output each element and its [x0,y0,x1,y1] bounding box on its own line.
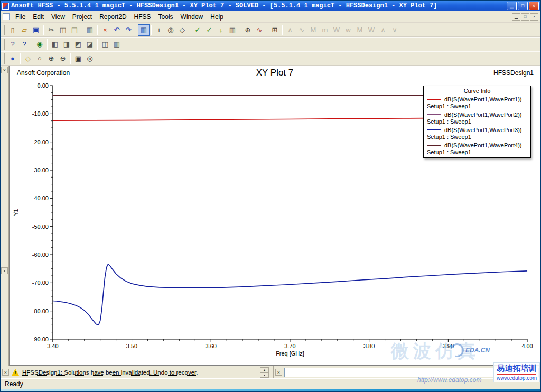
validate-all-button[interactable]: ✓ [203,24,215,36]
toolbar-separator [240,25,240,35]
mdi-close-button[interactable]: × [530,13,538,21]
toolbar-separator [267,25,267,35]
view-iso-button[interactable]: ◪ [84,39,96,50]
progress-field [284,368,539,377]
pan-hand-button[interactable]: ◇ [22,53,34,64]
spinner-up-button[interactable]: ▴ [260,367,269,372]
message-panel-close-button[interactable]: × [2,369,9,376]
redo-button[interactable]: ↷ [123,24,134,36]
analyze-button[interactable]: ↓ [215,24,227,36]
titlebar: Ansoft HFSS - 5.5.1.4_1_magicT - HFSSDes… [1,1,540,11]
maximize-button[interactable]: □ [518,2,528,10]
xy-report-icon: ▦ [141,26,147,34]
svg-text:-10.00: -10.00 [32,110,49,117]
legend-series-name: dB(S(WavePort1,WavePort2)) [444,111,522,118]
trace-button[interactable]: ∿ [254,24,265,36]
rotate-sphere-button[interactable]: ● [7,53,18,64]
context-help-button[interactable]: ? [18,39,30,50]
menu-item-hfss[interactable]: HFSS [130,12,155,22]
bounding-box-button[interactable]: ◇ [176,24,188,36]
zoom-out-button[interactable]: ⊖ [57,53,69,64]
menu-item-help[interactable]: Help [207,12,227,22]
menu-item-window[interactable]: Window [177,12,207,22]
cut-button[interactable]: ✂ [45,24,57,36]
legend-entry[interactable]: dB(S(WavePort1,WavePort1))Setup1 : Sweep… [424,96,530,111]
menu-item-edit[interactable]: Edit [29,12,48,22]
minimize-button[interactable]: ▁ [507,2,517,10]
message-text: HFSSDesign1: Solutions have been invalid… [22,369,198,376]
zoom-out-icon: ⊖ [60,54,66,62]
grid-button[interactable]: ▦ [111,39,123,50]
view-side-button[interactable]: ◩ [72,39,84,50]
rotate-sphere-icon: ● [11,54,15,62]
view-top-button[interactable]: ◧ [49,39,61,50]
svg-text:3.70: 3.70 [284,343,295,349]
wave-m-upper-icon: M [311,26,316,34]
toolbar-grip[interactable] [3,39,5,50]
print-button[interactable]: ▦ [84,24,96,36]
menu-item-tools[interactable]: Tools [155,12,177,22]
toolbar-separator [47,39,48,50]
mdi-restore-button[interactable]: □ [521,13,529,21]
document-icon [3,13,10,20]
legend-box[interactable]: Curve Info dB(S(WavePort1,WavePort1))Set… [423,86,531,158]
help-button[interactable]: ? [7,39,18,50]
legend-entry[interactable]: dB(S(WavePort1,WavePort4))Setup1 : Sweep… [424,142,530,157]
svg-text:3.60: 3.60 [206,343,217,349]
menu-item-report2d[interactable]: Report2D [96,12,130,22]
validate-button[interactable]: ✓ [192,24,203,36]
new-file-button[interactable]: ▯ [7,24,18,36]
results-button[interactable]: ▥ [227,24,238,36]
legend-series-sub: Setup1 : Sweep1 [427,103,527,109]
menu-item-file[interactable]: File [12,12,29,22]
zoom-fit-button[interactable]: ◎ [84,53,96,64]
world-view-button[interactable]: ◉ [34,39,45,50]
close-button[interactable]: × [529,2,539,10]
paste-button[interactable]: ▤ [69,24,80,36]
toolbar-separator [82,25,82,35]
toolbar-grip[interactable] [3,25,5,35]
add-trace-button[interactable]: ⊞ [269,24,281,36]
wave-sine-button: ∿ [296,24,307,36]
axes-button[interactable]: + [153,24,165,36]
mdi-minimize-button[interactable]: ▁ [512,13,520,21]
zoom-in-icon: ⊕ [49,54,54,62]
print-icon: ▦ [87,26,93,34]
bottom-accent-strip [1,389,540,391]
undo-icon: ↶ [114,26,120,34]
toolbar-grip[interactable] [3,53,5,64]
undo-button[interactable]: ↶ [111,24,123,36]
project-panel-close-button[interactable]: × [1,67,8,73]
spinner-down-button[interactable]: ▾ [260,372,269,378]
orbit-button[interactable]: ◎ [165,24,176,36]
legend-series-sub: Setup1 : Sweep1 [427,134,527,140]
zoom-in-button[interactable]: ⊕ [45,53,57,64]
toolbar-separator [97,25,98,35]
toolbar-separator [32,39,32,50]
menu-item-project[interactable]: Project [69,12,96,22]
copy-button[interactable]: ◫ [57,24,69,36]
legend-entry[interactable]: dB(S(WavePort1,WavePort2))Setup1 : Sweep… [424,111,530,127]
docked-panel-strip: × × [1,66,9,366]
zoom-window-button[interactable]: ▣ [72,53,84,64]
save-button[interactable]: ▣ [30,24,42,36]
view-front-button[interactable]: ◨ [61,39,72,50]
copy-icon: ◫ [60,26,66,34]
zoom-select-button[interactable]: ⊕ [242,24,254,36]
snap-button[interactable]: ◫ [99,39,111,50]
view-top-icon: ◧ [52,40,58,48]
world-view-icon: ◉ [36,40,42,48]
wave-down-button: ∨ [389,24,400,36]
menu-item-view[interactable]: View [48,12,69,22]
legend-entry[interactable]: dB(S(WavePort1,WavePort3))Setup1 : Sweep… [424,127,530,142]
add-trace-icon: ⊞ [272,26,278,34]
delete-icon: × [103,26,107,34]
xy-report-button[interactable]: ▦ [138,24,150,36]
open-file-button[interactable]: ▱ [18,24,30,36]
delete-button[interactable]: × [99,24,111,36]
zoom-button[interactable]: ○ [34,53,45,64]
properties-panel-close-button[interactable]: × [1,267,8,274]
progress-panel-close-button[interactable]: × [275,369,282,376]
zoom-window-icon: ▣ [75,54,81,62]
wave-up-icon: ∧ [380,26,386,34]
